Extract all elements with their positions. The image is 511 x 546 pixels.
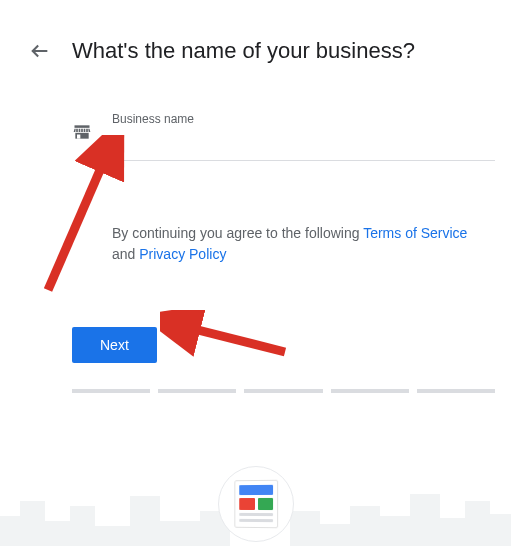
- business-name-input[interactable]: [112, 128, 495, 161]
- progress-step: [331, 389, 409, 393]
- progress-indicator: [72, 389, 495, 393]
- privacy-link[interactable]: Privacy Policy: [139, 246, 226, 262]
- page-title: What's the name of your business?: [72, 38, 415, 64]
- input-label: Business name: [112, 112, 495, 126]
- svg-rect-3: [77, 135, 80, 139]
- progress-step: [244, 389, 322, 393]
- back-button[interactable]: [28, 39, 52, 63]
- progress-step: [417, 389, 495, 393]
- illustration-badge: [218, 466, 294, 542]
- storefront-icon: [72, 122, 92, 142]
- progress-step: [158, 389, 236, 393]
- terms-link[interactable]: Terms of Service: [363, 225, 467, 241]
- agreement-text: By continuing you agree to the following…: [112, 223, 495, 265]
- next-button[interactable]: Next: [72, 327, 157, 363]
- svg-rect-1: [75, 125, 90, 128]
- progress-step: [72, 389, 150, 393]
